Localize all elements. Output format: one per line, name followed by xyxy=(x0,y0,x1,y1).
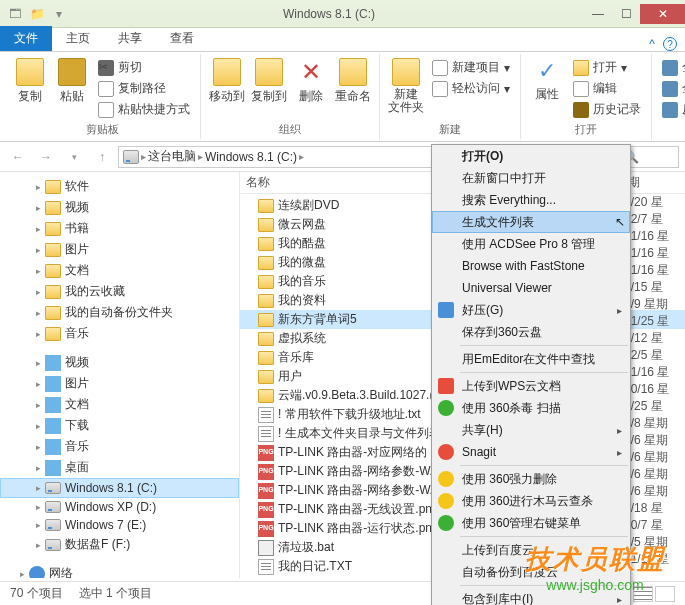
edit-button[interactable]: 编辑 xyxy=(569,79,645,98)
qat-newfolder-icon[interactable]: 📁 xyxy=(28,5,46,23)
ctx-baidu[interactable]: 上传到百度云 xyxy=(432,539,630,561)
nav-up-button[interactable]: ↑ xyxy=(90,145,114,169)
tree-item[interactable]: ▸音乐 xyxy=(0,323,239,344)
qat-dropdown-icon[interactable]: ▾ xyxy=(50,5,68,23)
ctx-autobaidu[interactable]: 自动备份到百度云 xyxy=(432,561,630,583)
tree-item[interactable]: ▸文档 xyxy=(0,394,239,415)
tree-drive[interactable]: ▸Windows 7 (E:) xyxy=(0,516,239,534)
tab-view[interactable]: 查看 xyxy=(156,26,208,51)
ctx-360scan[interactable]: 使用 360杀毒 扫描 xyxy=(432,397,630,419)
newfolder-button[interactable]: 新建 文件夹 xyxy=(386,54,426,114)
tree-drive[interactable]: ▸Windows XP (D:) xyxy=(0,498,239,516)
tree-item[interactable]: ▸图片 xyxy=(0,239,239,260)
ctx-acdsee[interactable]: 使用 ACDSee Pro 8 管理 xyxy=(432,233,630,255)
navigation-tree: ▸软件▸视频▸书籍▸图片▸文档▸我的云收藏▸我的自动备份文件夹▸音乐▸视频▸图片… xyxy=(0,172,240,578)
open-button[interactable]: 打开 ▾ xyxy=(569,58,645,77)
nav-recent-button[interactable]: ▾ xyxy=(62,145,86,169)
cut-button[interactable]: ✂剪切 xyxy=(94,58,194,77)
view-details-icon[interactable] xyxy=(633,586,653,602)
ctx-haozip[interactable]: 好压(G)▸ xyxy=(432,299,630,321)
minimize-button[interactable]: — xyxy=(584,4,612,24)
help-icon[interactable]: ? xyxy=(663,37,677,51)
selectnone-button[interactable]: 全部取消 xyxy=(658,79,685,98)
ctx-360trojan[interactable]: 使用 360进行木马云查杀 xyxy=(432,490,630,512)
ctx-searcheverything[interactable]: 搜索 Everything... xyxy=(432,189,630,211)
tab-home[interactable]: 主页 xyxy=(52,26,104,51)
ctx-open[interactable]: 打开(O) xyxy=(432,145,630,167)
rename-button[interactable]: 重命名 xyxy=(333,54,373,105)
close-button[interactable]: ✕ xyxy=(640,4,685,24)
ctx-share[interactable]: 共享(H)▸ xyxy=(432,419,630,441)
easyaccess-button[interactable]: 轻松访问 ▾ xyxy=(428,79,514,98)
tree-item[interactable]: ▸桌面 xyxy=(0,457,239,478)
tree-item[interactable]: ▸图片 xyxy=(0,373,239,394)
tree-drive[interactable]: ▸数据盘F (F:) xyxy=(0,534,239,555)
nav-forward-button[interactable]: → xyxy=(34,145,58,169)
properties-button[interactable]: ✓属性 xyxy=(527,54,567,103)
copypath-button[interactable]: 复制路径 xyxy=(94,79,194,98)
delete-button[interactable]: ✕删除 xyxy=(291,54,331,105)
tree-item[interactable]: ▸软件 xyxy=(0,176,239,197)
tree-item[interactable]: ▸文档 xyxy=(0,260,239,281)
ctx-360forcedelete[interactable]: 使用 360强力删除 xyxy=(432,468,630,490)
history-button[interactable]: 历史记录 xyxy=(569,100,645,119)
qat-properties-icon[interactable]: 🗔 xyxy=(6,5,24,23)
window-title: Windows 8.1 (C:) xyxy=(74,7,584,21)
tree-item[interactable]: ▸下载 xyxy=(0,415,239,436)
ctx-universalviewer[interactable]: Universal Viewer xyxy=(432,277,630,299)
ribbon-tabs: 文件 主页 共享 查看 ^? xyxy=(0,28,685,52)
tree-item[interactable]: ▸音乐 xyxy=(0,436,239,457)
tree-item[interactable]: ▸视频 xyxy=(0,197,239,218)
nav-back-button[interactable]: ← xyxy=(6,145,30,169)
ribbon: 复制 粘贴 ✂剪切 复制路径 粘贴快捷方式 剪贴板 移动到 复制到 ✕删除 重命… xyxy=(0,52,685,142)
context-menu: 打开(O) 在新窗口中打开 搜索 Everything... 生成文件列表↖ 使… xyxy=(431,144,631,605)
ctx-addtolibrary[interactable]: 包含到库中(I)▸ xyxy=(432,588,630,605)
ctx-newwindow[interactable]: 在新窗口中打开 xyxy=(432,167,630,189)
ctx-360rightmenu[interactable]: 使用 360管理右键菜单 xyxy=(432,512,630,534)
copyto-button[interactable]: 复制到 xyxy=(249,54,289,105)
tree-item[interactable]: ▸书籍 xyxy=(0,218,239,239)
tab-file[interactable]: 文件 xyxy=(0,26,52,51)
invert-button[interactable]: 反向选择 xyxy=(658,100,685,119)
tree-drive[interactable]: ▸Windows 8.1 (C:) xyxy=(0,478,239,498)
ctx-wps[interactable]: 上传到WPS云文档 xyxy=(432,375,630,397)
ctx-emeditor[interactable]: 用EmEditor在文件中查找 xyxy=(432,348,630,370)
ctx-faststone[interactable]: Browse with FastStone xyxy=(432,255,630,277)
breadcrumb-drive[interactable]: Windows 8.1 (C:) xyxy=(205,150,297,164)
tree-network[interactable]: ▸网络 xyxy=(0,563,239,578)
selectall-button[interactable]: 全部选择 xyxy=(658,58,685,77)
ribbon-collapse-icon[interactable]: ^ xyxy=(649,37,655,51)
titlebar: 🗔 📁 ▾ Windows 8.1 (C:) — ☐ ✕ xyxy=(0,0,685,28)
drive-icon xyxy=(123,150,139,164)
breadcrumb-pc[interactable]: 这台电脑 xyxy=(148,148,196,165)
copy-button[interactable]: 复制 xyxy=(10,54,50,105)
newitem-button[interactable]: 新建项目 ▾ xyxy=(428,58,514,77)
status-selected: 选中 1 个项目 xyxy=(79,585,152,602)
tab-share[interactable]: 共享 xyxy=(104,26,156,51)
paste-button[interactable]: 粘贴 xyxy=(52,54,92,105)
tree-item[interactable]: ▸视频 xyxy=(0,352,239,373)
tree-item[interactable]: ▸我的自动备份文件夹 xyxy=(0,302,239,323)
tree-item[interactable]: ▸我的云收藏 xyxy=(0,281,239,302)
view-icons-icon[interactable] xyxy=(655,586,675,602)
status-count: 70 个项目 xyxy=(10,585,63,602)
ctx-snagit[interactable]: Snagit▸ xyxy=(432,441,630,463)
pasteshortcut-button[interactable]: 粘贴快捷方式 xyxy=(94,100,194,119)
ctx-generate-filelist[interactable]: 生成文件列表↖ xyxy=(432,211,630,233)
ctx-save360[interactable]: 保存到360云盘 xyxy=(432,321,630,343)
moveto-button[interactable]: 移动到 xyxy=(207,54,247,105)
maximize-button[interactable]: ☐ xyxy=(612,4,640,24)
